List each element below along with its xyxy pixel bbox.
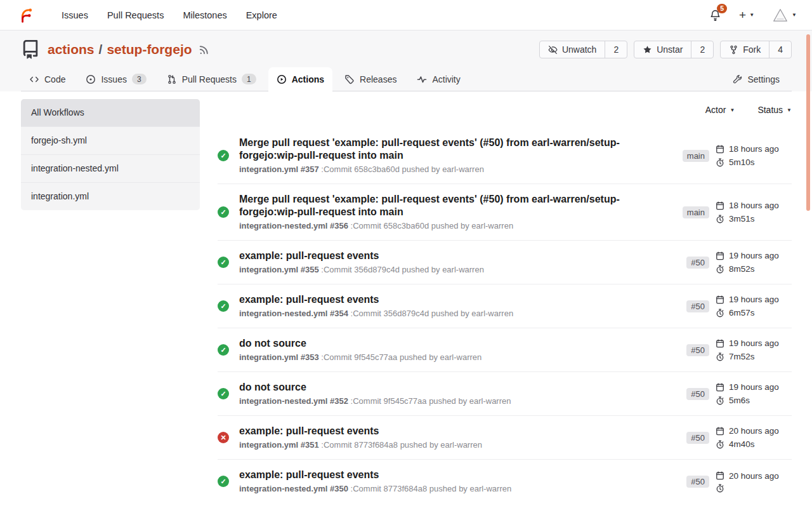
repo-name-link[interactable]: setup-forgejo	[107, 42, 192, 57]
workflow-run-row[interactable]: ✓ do not source integration.yml #353 :Co…	[218, 328, 792, 371]
run-title-link[interactable]: example: pull-request events	[239, 293, 639, 306]
navbar-link-explore[interactable]: Explore	[237, 0, 287, 30]
repo-action-count[interactable]: 2	[691, 41, 713, 58]
run-title-link[interactable]: example: pull-request events	[239, 250, 639, 262]
tab-issues[interactable]: Issues 3	[77, 67, 154, 91]
page-scrollbar[interactable]	[806, 34, 810, 211]
forgejo-logo-icon[interactable]	[18, 7, 34, 23]
workflow-run-row[interactable]: ✕ example: pull-request events integrati…	[218, 415, 792, 459]
user-menu-dropdown[interactable]: ▼	[772, 7, 797, 23]
run-time: 19 hours ago	[729, 382, 779, 392]
run-title-link[interactable]: example: pull-request events	[239, 469, 639, 481]
navbar-link-milestones[interactable]: Milestones	[173, 0, 236, 30]
workflow-run-row[interactable]: ✓ example: pull-request events integrati…	[218, 459, 792, 503]
repo-header: actions / setup-forgejo Unwatch 2 Unstar…	[0, 30, 812, 91]
run-info: example: pull-request events integration…	[239, 425, 676, 450]
tab-settings[interactable]: Settings	[724, 67, 788, 91]
repo-owner-link[interactable]: actions	[48, 42, 95, 57]
code-icon	[29, 74, 39, 84]
calendar-icon	[716, 471, 724, 480]
chevron-down-icon: ▼	[730, 107, 735, 113]
workflow-run-row[interactable]: ✓ example: pull-request events integrati…	[218, 284, 792, 328]
chevron-down-icon: ▼	[787, 107, 792, 113]
repo-action-label: Fork	[743, 44, 761, 55]
stopwatch-icon	[716, 484, 724, 493]
repo-action-buttons: Unwatch 2 Unstar 2 Fork 4	[539, 41, 792, 58]
tab-count-badge: 3	[132, 74, 147, 84]
navbar-links: IssuesPull RequestsMilestonesExplore	[52, 0, 287, 30]
stopwatch-icon	[716, 158, 724, 167]
sidebar-item-label: integration.yml	[31, 191, 89, 201]
run-success-icon: ✓	[218, 388, 229, 399]
run-success-icon: ✓	[218, 150, 229, 161]
breadcrumb: actions / setup-forgejo	[48, 42, 192, 57]
run-time: 19 hours ago	[729, 294, 779, 305]
calendar-icon	[716, 145, 724, 154]
navbar-link-issues[interactable]: Issues	[52, 0, 98, 30]
sidebar-item-label: integration-nested.yml	[31, 163, 119, 173]
run-success-icon: ✓	[218, 206, 229, 218]
run-time: 19 hours ago	[729, 250, 779, 261]
notification-count-badge[interactable]: 5	[717, 4, 727, 13]
tab-label: Actions	[292, 74, 324, 84]
run-ref-badge[interactable]: main	[683, 206, 709, 218]
tab-pull-requests[interactable]: Pull Requests 1	[159, 67, 265, 91]
run-meta: #50 20 hours ago	[686, 425, 792, 450]
tab-activity[interactable]: Activity	[409, 67, 468, 91]
run-times: 20 hours ago 4m40s	[716, 425, 792, 450]
run-ref-badge[interactable]: main	[683, 150, 709, 162]
tab-label: Releases	[360, 74, 396, 84]
navbar-link-label: Issues	[62, 10, 88, 20]
run-ref-badge[interactable]: #50	[686, 432, 709, 444]
repo-tabs: Code Issues 3 Pull Requests 1 Actions Re…	[21, 67, 792, 91]
navbar-link-pull-requests[interactable]: Pull Requests	[98, 0, 173, 30]
tab-actions[interactable]: Actions	[268, 67, 332, 91]
workflow-run-row[interactable]: ✓ do not source integration-nested.yml #…	[218, 371, 792, 415]
status-filter-dropdown[interactable]: Status ▼	[757, 105, 792, 115]
run-times: 18 hours ago 5m10s	[716, 144, 792, 168]
actor-filter-dropdown[interactable]: Actor ▼	[705, 105, 735, 115]
tag-icon	[344, 74, 355, 84]
sidebar-workflow-item[interactable]: All Workflows	[21, 99, 200, 126]
run-title-link[interactable]: Merge pull request 'example: pull-reques…	[239, 193, 639, 218]
workflow-run-row[interactable]: ✓ example: pull-request events integrati…	[218, 240, 792, 284]
run-ref-badge[interactable]: #50	[686, 388, 709, 400]
repo-action-count[interactable]: 4	[769, 41, 791, 58]
run-workflow-ref: integration.yml #351	[239, 440, 319, 450]
tab-code[interactable]: Code	[21, 67, 74, 91]
run-ref-badge[interactable]: #50	[686, 344, 709, 356]
run-info: do not source integration-nested.yml #35…	[239, 381, 676, 406]
run-ref-badge[interactable]: #50	[686, 476, 709, 488]
unwatch-button[interactable]: Unwatch	[540, 41, 605, 58]
run-title-link[interactable]: Merge pull request 'example: pull-reques…	[239, 137, 639, 162]
run-title-link[interactable]: example: pull-request events	[239, 425, 639, 438]
unstar-button[interactable]: Unstar	[634, 41, 691, 58]
sidebar-workflow-item[interactable]: forgejo-sh.yml	[21, 126, 200, 154]
run-title-link[interactable]: do not source	[239, 381, 639, 394]
sidebar-workflow-item[interactable]: integration.yml	[21, 182, 200, 210]
rss-feed-icon[interactable]	[199, 44, 209, 55]
sidebar-workflow-item[interactable]: integration-nested.yml	[21, 154, 200, 182]
run-subtitle: integration.yml #351 :Commit 8773f684a8 …	[239, 440, 676, 450]
run-workflow-ref: integration-nested.yml #354	[239, 309, 348, 318]
workflow-run-row[interactable]: ✓ Merge pull request 'example: pull-requ…	[218, 184, 792, 240]
run-ref-badge[interactable]: #50	[686, 300, 709, 312]
stopwatch-icon	[716, 265, 724, 274]
repo-action-count[interactable]: 2	[605, 41, 627, 58]
run-workflow-ref: integration-nested.yml #350	[239, 484, 348, 493]
notifications-bell-icon[interactable]: 5	[709, 9, 721, 21]
tab-releases[interactable]: Releases	[336, 67, 405, 91]
chevron-down-icon: ▼	[749, 12, 754, 18]
create-new-dropdown[interactable]: + ▼	[739, 9, 754, 21]
chevron-down-icon: ▼	[792, 12, 797, 18]
run-commit-info: :Commit 9f545c77aa pushed by earl-warren	[321, 352, 481, 362]
workflow-run-row[interactable]: ✓ Merge pull request 'example: pull-requ…	[218, 130, 792, 184]
fork-button[interactable]: Fork	[721, 41, 769, 58]
run-subtitle: integration.yml #353 :Commit 9f545c77aa …	[239, 352, 676, 363]
run-title-link[interactable]: do not source	[239, 337, 639, 350]
run-times: 20 hours ago	[716, 471, 792, 493]
run-success-icon: ✓	[218, 257, 229, 268]
tab-label: Pull Requests	[182, 74, 237, 84]
avatar	[772, 7, 789, 23]
run-ref-badge[interactable]: #50	[686, 257, 709, 269]
